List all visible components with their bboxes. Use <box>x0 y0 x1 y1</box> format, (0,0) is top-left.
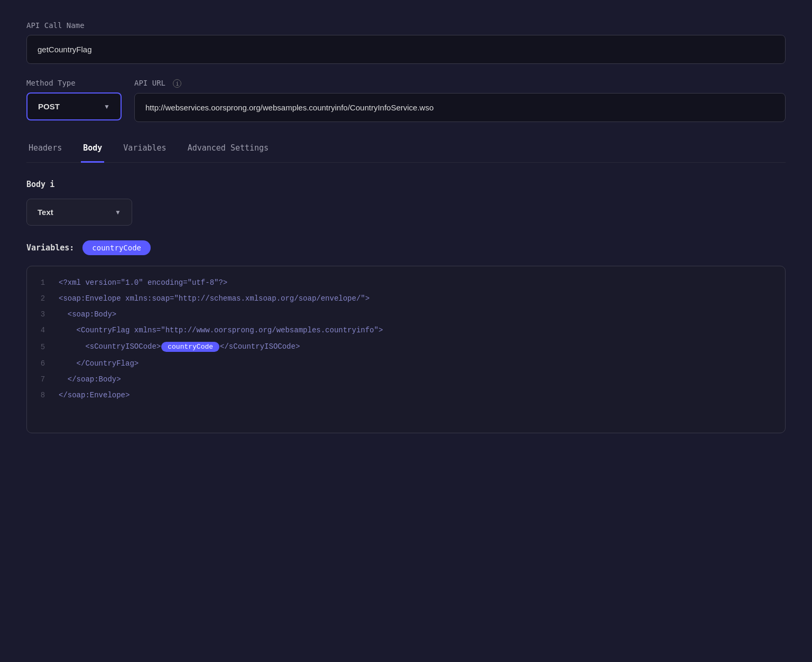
tab-headers[interactable]: Headers <box>26 137 64 163</box>
method-type-label: Method Type <box>26 79 122 87</box>
line-number: 2 <box>27 294 59 303</box>
line-content: <CountryFlag xmlns="http://www.oorsprong… <box>59 326 383 334</box>
line-content: <sCountryISOCode>countryCode</sCountryIS… <box>59 342 300 352</box>
api-call-name-section: API Call Name <box>26 21 786 64</box>
xml-content: <CountryFlag xmlns="http://www.oorsprong… <box>59 326 383 334</box>
line-number: 8 <box>27 391 59 399</box>
code-lines: 1<?xml version="1.0" encoding="utf-8"?>2… <box>27 266 785 412</box>
api-url-label: API URL i <box>134 79 786 88</box>
line-content: </soap:Envelope> <box>59 391 130 399</box>
api-url-input[interactable] <box>134 93 786 122</box>
line-number: 5 <box>27 343 59 351</box>
code-line: 2<soap:Envelope xmlns:soap="http://schem… <box>27 291 785 306</box>
code-line: 8</soap:Envelope> <box>27 387 785 403</box>
line-content: </soap:Body> <box>59 375 121 384</box>
api-url-field: API URL i <box>134 79 786 122</box>
method-type-value: POST <box>38 102 60 111</box>
line-number: 3 <box>27 310 59 319</box>
xml-content: <soap:Envelope xmlns:soap="http://schema… <box>59 294 370 303</box>
method-type-select[interactable]: POST ▼ <box>26 92 122 120</box>
body-info-icon[interactable]: i <box>50 180 54 189</box>
tabs-container: Headers Body Variables Advanced Settings <box>26 137 786 163</box>
tab-advanced-settings[interactable]: Advanced Settings <box>186 137 271 163</box>
line-content: <soap:Body> <box>59 310 116 319</box>
method-type-field: Method Type POST ▼ <box>26 79 122 120</box>
xml-content: <?xml version="1.0" encoding="utf-8"?> <box>59 278 227 287</box>
code-line: 7 </soap:Body> <box>27 371 785 387</box>
body-type-value: Text <box>38 208 53 217</box>
api-url-info-icon[interactable]: i <box>173 79 181 88</box>
method-url-row: Method Type POST ▼ API URL i <box>26 79 786 122</box>
line-number: 7 <box>27 375 59 384</box>
line-number: 6 <box>27 359 59 368</box>
code-line: 1<?xml version="1.0" encoding="utf-8"?> <box>27 275 785 291</box>
country-code-badge[interactable]: countryCode <box>82 240 151 255</box>
xml-content: </soap:Envelope> <box>59 391 130 399</box>
code-line: 4 <CountryFlag xmlns="http://www.oorspro… <box>27 322 785 338</box>
code-line: 6 </CountryFlag> <box>27 356 785 371</box>
api-call-name-input[interactable] <box>26 35 786 64</box>
xml-content: <sCountryISOCode> <box>59 342 161 351</box>
api-call-name-label: API Call Name <box>26 21 786 30</box>
code-line: 5 <sCountryISOCode>countryCode</sCountry… <box>27 338 785 356</box>
code-editor[interactable]: 1<?xml version="1.0" encoding="utf-8"?>2… <box>26 266 786 433</box>
xml-content: <soap:Body> <box>59 310 116 319</box>
code-editor-footer <box>27 412 785 433</box>
body-section: Body i Text ▼ <box>26 180 786 226</box>
inline-variable-badge[interactable]: countryCode <box>161 342 219 352</box>
tab-body[interactable]: Body <box>81 137 104 163</box>
xml-content: </CountryFlag> <box>59 359 139 368</box>
xml-content: </soap:Body> <box>59 375 121 384</box>
variables-row-label: Variables: <box>26 243 74 253</box>
body-type-chevron-icon: ▼ <box>115 209 121 216</box>
body-type-select[interactable]: Text ▼ <box>26 199 132 226</box>
body-section-label: Body i <box>26 180 786 189</box>
line-number: 4 <box>27 326 59 334</box>
line-number: 1 <box>27 278 59 287</box>
line-content: </CountryFlag> <box>59 359 139 368</box>
method-type-chevron-icon: ▼ <box>104 103 110 110</box>
tab-variables[interactable]: Variables <box>121 137 168 163</box>
code-line: 3 <soap:Body> <box>27 306 785 322</box>
line-content: <?xml version="1.0" encoding="utf-8"?> <box>59 278 227 287</box>
line-content: <soap:Envelope xmlns:soap="http://schema… <box>59 294 370 303</box>
xml-content: </sCountryISOCode> <box>220 342 300 351</box>
variables-row: Variables: countryCode <box>26 240 786 255</box>
